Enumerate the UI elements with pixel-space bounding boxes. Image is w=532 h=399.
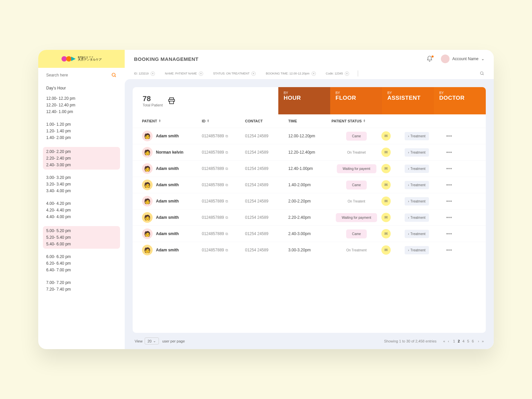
chip-close-icon[interactable]: ✕ xyxy=(345,71,349,76)
tab-assistent[interactable]: BYASSISTENT xyxy=(382,87,434,114)
hour-slot[interactable]: 4.00- 4.20 pm xyxy=(46,200,117,207)
hour-slot[interactable]: 2.00- 2.20 pm xyxy=(46,148,117,155)
mail-icon[interactable]: ✉ xyxy=(381,131,391,141)
copy-icon[interactable]: ⧉ xyxy=(225,150,228,155)
pager-first-icon[interactable]: « xyxy=(443,339,445,343)
hour-slot[interactable]: 3.00- 3.20 pm xyxy=(46,174,117,181)
treatment-button[interactable]: › Treatment xyxy=(405,246,429,254)
chip-close-icon[interactable]: ✕ xyxy=(151,71,155,76)
pager-page[interactable]: 1 xyxy=(453,339,455,343)
treatment-button[interactable]: › Treatment xyxy=(405,148,429,157)
hour-slot[interactable]: 3.40- 4.00 pm xyxy=(46,188,117,194)
bell-icon[interactable] xyxy=(426,56,433,62)
treatment-button[interactable]: › Treatment xyxy=(405,213,429,222)
print-icon[interactable] xyxy=(168,97,176,105)
hour-slot[interactable]: 4.20- 4.40 pm xyxy=(46,207,117,213)
mail-icon[interactable]: ✉ xyxy=(381,229,391,238)
pager-prev-icon[interactable]: ‹ xyxy=(448,339,449,343)
hour-slot[interactable]: 2.20- 2.40 pm xyxy=(46,155,117,162)
more-icon[interactable]: ••• xyxy=(441,166,457,171)
copy-icon[interactable]: ⧉ xyxy=(225,215,228,220)
filter-search-icon[interactable] xyxy=(480,71,484,76)
copy-icon[interactable]: ⧉ xyxy=(225,167,228,171)
pager-page[interactable]: 4 xyxy=(463,339,465,343)
th-id[interactable]: ID▲▼ xyxy=(202,119,245,123)
tab-hour[interactable]: BYHOUR xyxy=(278,87,330,114)
logo[interactable]: 株式会社 サ プ チ 大月デンタルケア xyxy=(38,50,125,68)
th-patient[interactable]: PATIENT▲▼ xyxy=(142,119,202,123)
chip-close-icon[interactable]: ✕ xyxy=(199,71,203,76)
more-icon[interactable]: ••• xyxy=(441,231,457,236)
more-icon[interactable]: ••• xyxy=(441,247,457,253)
pager-last-icon[interactable]: » xyxy=(482,339,484,343)
copy-icon[interactable]: ⧉ xyxy=(225,134,228,138)
hour-slot[interactable]: 4.40- 4.00 pm xyxy=(46,213,117,220)
more-icon[interactable]: ••• xyxy=(441,182,457,188)
pager-page[interactable]: 5 xyxy=(467,339,469,343)
svg-line-1 xyxy=(115,76,116,77)
hour-slot[interactable]: 2.40- 3.00 pm xyxy=(46,162,117,168)
hour-slot[interactable]: 6.20- 6.40 pm xyxy=(46,260,117,267)
chip-close-icon[interactable]: ✕ xyxy=(312,71,316,76)
hour-group[interactable]: 5.00- 5.20 pm5.20- 5.40 pm5.40- 6.00 pm xyxy=(43,226,120,249)
cell-status: Came xyxy=(332,181,381,190)
hour-slot[interactable]: 3.20- 3.40 pm xyxy=(46,181,117,188)
pager-page[interactable]: 2 xyxy=(458,339,460,343)
copy-icon[interactable]: ⧉ xyxy=(225,248,228,252)
mail-icon[interactable]: ✉ xyxy=(381,164,391,173)
mail-icon[interactable]: ✉ xyxy=(381,180,391,190)
treatment-button[interactable]: › Treatment xyxy=(405,165,429,173)
account-menu[interactable]: Account Name ⌄ xyxy=(441,55,484,63)
copy-icon[interactable]: ⧉ xyxy=(225,199,228,203)
hour-slot[interactable]: 12.40- 1.00 pm xyxy=(46,108,117,115)
logo-mark xyxy=(62,56,76,62)
search-input[interactable] xyxy=(46,73,111,77)
mail-icon[interactable]: ✉ xyxy=(381,213,391,222)
treatment-button[interactable]: › Treatment xyxy=(405,230,429,238)
more-icon[interactable]: ••• xyxy=(441,199,457,204)
more-icon[interactable]: ••• xyxy=(441,215,457,220)
pager-next-icon[interactable]: › xyxy=(478,339,479,343)
hour-group[interactable]: 7.00- 7.20 pm7.20- 7.40 pm xyxy=(46,279,117,293)
hour-slot[interactable]: 1.20- 1.40 pm xyxy=(46,128,117,134)
hour-slot[interactable]: 5.20- 5.40 pm xyxy=(46,234,117,241)
cell-action: › Treatment xyxy=(405,213,441,222)
hour-group[interactable]: 3.00- 3.20 pm3.20- 3.40 pm3.40- 4.00 pm xyxy=(46,174,117,194)
hour-slot[interactable]: 1.40- 2.00 pm xyxy=(46,134,117,141)
hour-slot[interactable]: 5.00- 5.20 pm xyxy=(46,227,117,234)
hour-slot[interactable]: 7.20- 7.40 pm xyxy=(46,286,117,293)
hour-slot[interactable]: 5.40- 6.00 pm xyxy=(46,241,117,247)
hour-group[interactable]: 2.00- 2.20 pm2.20- 2.40 pm2.40- 3.00 pm xyxy=(43,147,120,170)
filter-chip: BOOKING TIME: 12.00-12.20pm✕ xyxy=(266,71,316,76)
copy-icon[interactable]: ⧉ xyxy=(225,183,228,187)
hour-group[interactable]: 6.00- 6.20 pm6.20- 6.40 pm6.40- 7.00 pm xyxy=(46,253,117,273)
hour-slot[interactable]: 1.00- 1.20 pm xyxy=(46,121,117,128)
hour-group[interactable]: 1.00- 1.20 pm1.20- 1.40 pm1.40- 2.00 pm xyxy=(46,121,117,141)
hour-slot[interactable]: 6.40- 7.00 pm xyxy=(46,267,117,273)
hour-group[interactable]: 12.00- 12.20 pm12.20- 12.40 pm12.40- 1.0… xyxy=(46,95,117,115)
treatment-button[interactable]: › Treatment xyxy=(405,181,429,189)
th-status[interactable]: PATIENT STATUS▲▼ xyxy=(332,119,381,123)
tab-floor[interactable]: BYFLOOR xyxy=(330,87,382,114)
topbar: BOOKING MANAGEMENT Account Name ⌄ xyxy=(125,50,494,68)
more-icon[interactable]: ••• xyxy=(441,133,457,139)
pager-page[interactable]: 6 xyxy=(472,339,474,343)
mail-icon[interactable]: ✉ xyxy=(381,245,391,255)
hour-slot[interactable]: 7.00- 7.20 pm xyxy=(46,279,117,286)
hour-slot[interactable]: 12.20- 12.40 pm xyxy=(46,102,117,108)
hour-slot[interactable]: 6.00- 6.20 pm xyxy=(46,253,117,260)
mail-icon[interactable]: ✉ xyxy=(381,197,391,206)
chip-close-icon[interactable]: ✕ xyxy=(251,71,256,76)
cell-mail: ✉ xyxy=(381,148,405,157)
copy-icon[interactable]: ⧉ xyxy=(225,232,228,236)
hour-group[interactable]: 4.00- 4.20 pm4.20- 4.40 pm4.40- 4.00 pm xyxy=(46,200,117,220)
per-page-select[interactable]: 20⌄ xyxy=(145,337,159,344)
hour-slot[interactable]: 12.00- 12.20 pm xyxy=(46,95,117,102)
more-icon[interactable]: ••• xyxy=(441,150,457,155)
cell-time: 1.40-2.00pm xyxy=(288,183,332,187)
tab-doctor[interactable]: BYDOCTOR xyxy=(434,87,486,114)
treatment-button[interactable]: › Treatment xyxy=(405,132,429,140)
mail-icon[interactable]: ✉ xyxy=(381,148,391,157)
search-icon[interactable] xyxy=(111,72,117,78)
treatment-button[interactable]: › Treatment xyxy=(405,197,429,205)
